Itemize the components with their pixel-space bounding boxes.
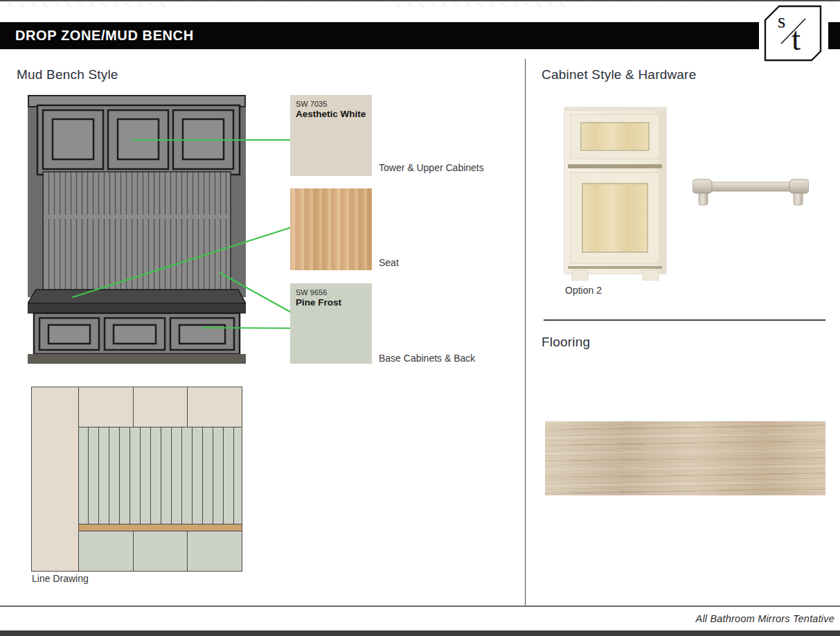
flooring-heading: Flooring bbox=[542, 335, 590, 350]
swatch-label-seat: Seat bbox=[379, 257, 399, 268]
line-drawing-base-cabinets bbox=[79, 531, 242, 571]
flooring-sample-image bbox=[545, 421, 825, 495]
bottom-bar bbox=[0, 630, 840, 636]
swatch-label-tower-upper-cabinets: Tower & Upper Cabinets bbox=[379, 162, 484, 173]
cabinet-sample-image bbox=[563, 104, 668, 281]
title-bar: DROP ZONE/MUD BENCH bbox=[0, 22, 840, 49]
swatch-code: SW 9656 bbox=[296, 288, 366, 297]
page-top-edge bbox=[0, 0, 840, 1]
hardware-pull-image bbox=[692, 177, 809, 208]
swatch-name: Pine Frost bbox=[296, 297, 366, 308]
cabinet-hardware-heading: Cabinet Style & Hardware bbox=[542, 67, 696, 82]
page-title: DROP ZONE/MUD BENCH bbox=[0, 22, 840, 49]
top-hatch-texture bbox=[0, 2, 840, 7]
line-drawing-beadboard bbox=[79, 427, 242, 524]
column-divider bbox=[525, 59, 526, 606]
footer-rule bbox=[0, 606, 840, 607]
footer-note: All Bathroom Mirrors Tentative bbox=[696, 613, 834, 624]
brand-logo: s t bbox=[759, 1, 828, 65]
mud-bench-render bbox=[28, 94, 246, 364]
logo-letter-s: s bbox=[778, 10, 785, 32]
swatch-label-base-cabinets-back: Base Cabinets & Back bbox=[379, 353, 475, 364]
swatch-seat-wood bbox=[290, 188, 372, 270]
mud-bench-heading: Mud Bench Style bbox=[17, 67, 118, 82]
swatch-code: SW 7035 bbox=[296, 100, 366, 108]
line-drawing-upper-cabinets bbox=[79, 387, 242, 427]
section-divider bbox=[544, 319, 825, 321]
swatch-pine-frost: SW 9656 Pine Frost bbox=[290, 283, 372, 364]
swatch-aesthetic-white: SW 7035 Aesthetic White bbox=[290, 95, 372, 176]
line-drawing-seat bbox=[79, 524, 242, 531]
st-logo-icon: s t bbox=[759, 1, 828, 65]
logo-letter-t: t bbox=[792, 21, 801, 57]
cabinet-option-label: Option 2 bbox=[565, 285, 602, 296]
line-drawing bbox=[31, 387, 242, 572]
line-drawing-caption: Line Drawing bbox=[32, 573, 89, 584]
line-drawing-side-panel bbox=[32, 387, 79, 571]
swatch-name: Aesthetic White bbox=[296, 109, 366, 119]
